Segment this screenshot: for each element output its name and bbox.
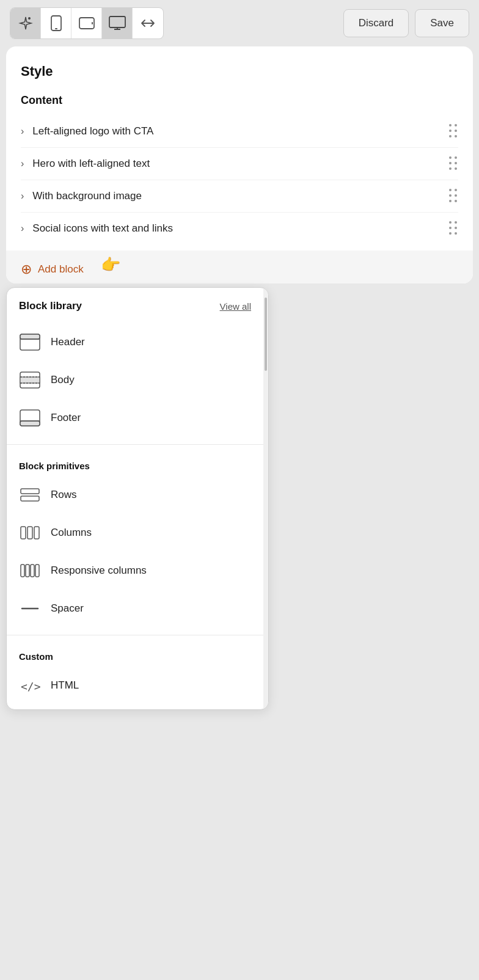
add-block-button[interactable]: ⊕ Add block 👉: [6, 250, 473, 283]
item-label: Left-aligned logo with CTA: [32, 125, 153, 137]
library-item-header-label: Header: [51, 336, 85, 348]
item-label: With background image: [32, 190, 142, 202]
library-item-rows[interactable]: Rows: [7, 476, 263, 514]
chevron-right-icon: ›: [21, 191, 24, 202]
svg-rect-20: [34, 527, 39, 539]
library-item-responsive-columns[interactable]: Responsive columns: [7, 552, 263, 590]
responsive-columns-block-icon: [19, 560, 41, 582]
library-item-body-label: Body: [51, 374, 75, 386]
library-item-columns-label: Columns: [51, 527, 92, 539]
section-divider: [7, 444, 263, 445]
library-item-header[interactable]: Header: [7, 323, 263, 361]
svg-rect-24: [35, 565, 39, 577]
drag-handle-icon: [449, 124, 458, 139]
html-block-icon: </>: [19, 675, 41, 697]
block-library-scroll-content: Block library View all Header: [7, 288, 263, 709]
library-item-spacer-label: Spacer: [51, 602, 84, 615]
columns-block-icon: [19, 522, 41, 544]
block-library-panel: Block library View all Header: [6, 287, 269, 710]
block-library-header: Block library View all: [7, 288, 263, 318]
toolbar: Discard Save: [0, 0, 479, 46]
svg-rect-14: [20, 421, 40, 426]
add-block-label: Add block: [38, 263, 84, 276]
svg-rect-19: [27, 527, 32, 539]
drag-handle-icon: [449, 156, 458, 171]
svg-rect-21: [21, 565, 24, 577]
drag-handle-icon: [449, 189, 458, 203]
svg-rect-16: [21, 489, 39, 494]
svg-rect-2: [55, 28, 57, 29]
drag-handle-icon: [449, 221, 458, 236]
chevron-right-icon: ›: [21, 158, 24, 169]
scrollbar-track[interactable]: [263, 288, 268, 709]
library-item-footer-label: Footer: [51, 412, 81, 424]
save-button[interactable]: Save: [415, 9, 469, 37]
sparkle-button[interactable]: [10, 8, 41, 38]
library-item-responsive-columns-label: Responsive columns: [51, 565, 147, 577]
list-item[interactable]: › With background image: [21, 180, 458, 213]
svg-rect-17: [21, 496, 39, 501]
content-section-label: Content: [21, 94, 458, 107]
discard-button[interactable]: Discard: [343, 9, 409, 37]
block-library-section-3: Custom </> HTML: [7, 638, 263, 709]
toolbar-view-group: [10, 7, 164, 39]
block-primitives-label: Block primitives: [7, 452, 263, 476]
svg-rect-18: [21, 527, 26, 539]
header-block-icon: [19, 331, 41, 353]
spacer-block-icon: [19, 598, 41, 620]
svg-rect-10: [20, 377, 40, 383]
tablet-button[interactable]: [71, 8, 102, 38]
section-divider-2: [7, 635, 263, 635]
list-item[interactable]: › Social icons with text and links: [21, 213, 458, 244]
cursor-pointer-icon: 👉: [101, 255, 120, 274]
svg-rect-22: [26, 565, 29, 577]
svg-rect-4: [92, 22, 93, 24]
library-item-rows-label: Rows: [51, 489, 77, 501]
library-item-html[interactable]: </> HTML: [7, 667, 263, 704]
library-item-body[interactable]: Body: [7, 361, 263, 399]
footer-block-icon: [19, 407, 41, 429]
library-item-html-label: HTML: [51, 679, 79, 692]
chevron-right-icon: ›: [21, 126, 24, 137]
svg-text:</>: </>: [21, 680, 40, 693]
mobile-button[interactable]: [41, 8, 71, 38]
block-library-section-1: Header Body: [7, 318, 263, 442]
block-library-section-2: Block primitives Rows: [7, 447, 263, 632]
body-block-icon: [19, 369, 41, 391]
library-item-columns[interactable]: Columns: [7, 514, 263, 552]
custom-label: Custom: [7, 643, 263, 667]
library-item-footer[interactable]: Footer: [7, 399, 263, 437]
chevron-right-icon: ›: [21, 223, 24, 234]
svg-rect-23: [31, 565, 34, 577]
list-item[interactable]: › Left-aligned logo with CTA: [21, 115, 458, 148]
item-label: Social icons with text and links: [32, 222, 173, 235]
block-library-title: Block library: [19, 300, 82, 312]
scrollbar-thumb[interactable]: [265, 298, 267, 371]
add-circle-icon: ⊕: [21, 261, 32, 277]
item-label: Hero with left-aligned text: [32, 158, 150, 170]
style-panel: Style Content › Left-aligned logo with C…: [6, 46, 473, 283]
svg-point-0: [28, 17, 31, 20]
view-all-link[interactable]: View all: [220, 301, 251, 312]
fullscreen-button[interactable]: [133, 8, 163, 38]
content-list: › Left-aligned logo with CTA › Hero with…: [21, 115, 458, 244]
rows-block-icon: [19, 484, 41, 506]
svg-rect-5: [109, 16, 125, 27]
list-item[interactable]: › Hero with left-aligned text: [21, 148, 458, 180]
desktop-button[interactable]: [102, 8, 133, 38]
svg-rect-7: [20, 334, 40, 339]
library-item-spacer[interactable]: Spacer: [7, 590, 263, 627]
panel-title: Style: [21, 64, 458, 79]
